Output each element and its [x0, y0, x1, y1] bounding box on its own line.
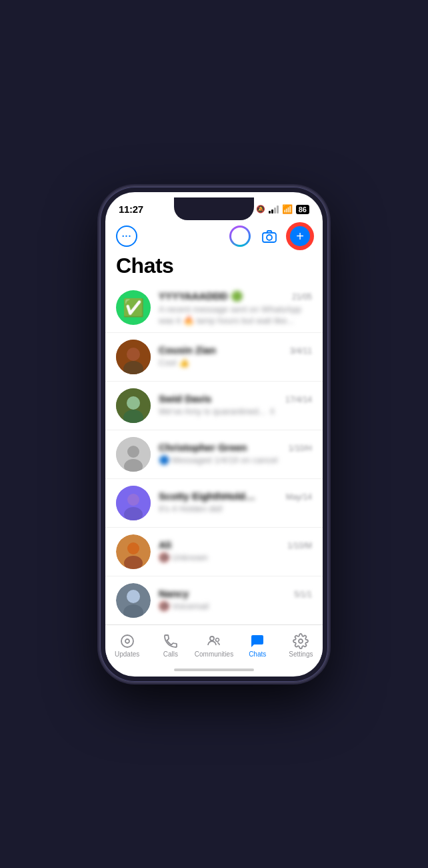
header-right-buttons: +: [229, 224, 312, 248]
bottom-nav: Updates Calls Communities: [105, 624, 323, 663]
chat-message: We've Amy is quarantined... 🕯: [159, 406, 312, 418]
svg-point-3: [127, 348, 140, 361]
chat-content: Cousin Zian 3/4/11 Cool 👍: [159, 344, 312, 369]
chat-time: 3/4/11: [290, 346, 312, 356]
svg-point-9: [127, 446, 139, 458]
compose-button[interactable]: +: [288, 224, 312, 248]
chat-time: 17/4/14: [285, 395, 312, 404]
meta-ai-inner: [231, 228, 249, 245]
chat-item[interactable]: Scotty EighthHolders May/14 It's 4 Holde…: [105, 479, 323, 528]
nav-item-communities[interactable]: Communities: [192, 630, 235, 661]
page-title: Chats: [116, 254, 312, 278]
chat-name: Scotty EighthHolders: [159, 490, 259, 502]
phone-frame: 11:27 🔕 📶 86 ···: [100, 187, 328, 682]
svg-point-15: [127, 542, 139, 554]
nav-item-settings[interactable]: Settings: [279, 630, 323, 661]
phone-screen: 11:27 🔕 📶 86 ···: [105, 192, 323, 677]
status-time: 11:27: [119, 203, 143, 215]
chat-item[interactable]: Cousin Zian 3/4/11 Cool 👍: [105, 333, 323, 382]
avatar-icon: ✅: [123, 298, 144, 318]
camera-icon: [262, 230, 277, 243]
meta-ai-button[interactable]: [229, 226, 251, 247]
chat-message-2: was it 🔥 lamp hours but wait like...: [159, 316, 312, 326]
svg-point-18: [127, 590, 140, 603]
communities-icon: [206, 633, 222, 649]
chat-content: YYYYAAADDD 🟢 21/05 A recent message sent…: [159, 290, 312, 326]
svg-point-6: [127, 396, 140, 410]
nav-item-chats[interactable]: Chats: [236, 630, 279, 661]
avatar: [116, 388, 151, 423]
chat-name: YYYYAAADDD 🟢: [159, 290, 243, 302]
chat-time: 1/10/M: [287, 541, 312, 550]
compose-icon: +: [296, 230, 304, 243]
chat-item[interactable]: Christopher Green 1/10/H 🔵 Messaged 1/4/…: [105, 430, 323, 479]
nav-item-updates[interactable]: Updates: [105, 630, 149, 661]
chat-item[interactable]: Ali 1/10/M 🔇 Unknown: [105, 528, 323, 576]
chat-item[interactable]: Swid Davis 17/4/14 We've Amy is quaranti…: [105, 382, 323, 430]
header: ··· +: [105, 222, 323, 254]
chat-list: ✅ YYYYAAADDD 🟢 21/05 A recent message se…: [105, 284, 323, 624]
svg-point-29: [299, 639, 303, 643]
chat-content: Swid Davis 17/4/14 We've Amy is quaranti…: [159, 393, 312, 418]
status-icons: 🔕 📶 86: [256, 204, 309, 214]
chat-message: A recent message sent on WhatsApp: [159, 304, 312, 316]
chat-name: Nancy: [159, 588, 189, 599]
avatar: [116, 437, 151, 472]
chat-name: Swid Davis: [159, 393, 211, 404]
camera-button[interactable]: [259, 226, 280, 247]
signal-icon: [269, 205, 279, 213]
chat-time: 5/1/1: [294, 590, 312, 599]
avatar-img: [116, 340, 151, 374]
battery-icon: 86: [296, 205, 309, 214]
chat-time: 1/10/H: [289, 444, 312, 453]
svg-point-27: [210, 636, 214, 640]
wifi-icon: 📶: [282, 204, 293, 214]
mute-icon: 🔕: [256, 205, 265, 213]
home-indicator: [105, 663, 323, 677]
avatar: [116, 583, 151, 618]
chat-content: Christopher Green 1/10/H 🔵 Messaged 1/4/…: [159, 442, 312, 466]
chat-top-row: Swid Davis 17/4/14: [159, 393, 312, 404]
settings-icon: [293, 633, 309, 649]
notch: [174, 197, 254, 220]
nav-label-settings: Settings: [289, 650, 313, 658]
chat-name: Christopher Green: [159, 442, 247, 453]
chat-name: Ali: [159, 539, 171, 550]
chat-message: 🔇 Unknown: [159, 552, 312, 564]
chat-content: Ali 1/10/M 🔇 Unknown: [159, 539, 312, 564]
chat-top-row: Cousin Zian 3/4/11: [159, 344, 312, 356]
svg-point-25: [121, 635, 133, 647]
avatar: [116, 534, 151, 569]
chat-content: Nancy 5/1/1 🔇 Voicemail: [159, 588, 312, 612]
calls-icon: [163, 633, 179, 649]
chat-top-row: Christopher Green 1/10/H: [159, 442, 312, 453]
nav-item-calls[interactable]: Calls: [149, 630, 192, 661]
page-title-container: Chats: [105, 254, 323, 284]
chat-item[interactable]: ✅ YYYYAAADDD 🟢 21/05 A recent message se…: [105, 284, 323, 333]
chat-message: 🔵 Messaged 1/4/19 on cancel: [159, 454, 312, 466]
chat-top-row: Ali 1/10/M: [159, 539, 312, 550]
chat-content: Scotty EighthHolders May/14 It's 4 Holde…: [159, 490, 312, 515]
avatar-img: [116, 486, 151, 520]
avatar-img: [116, 437, 151, 472]
menu-button[interactable]: ···: [116, 226, 137, 247]
nav-label-chats: Chats: [249, 650, 266, 658]
chat-name: Cousin Zian: [159, 344, 216, 356]
avatar: [116, 486, 151, 520]
svg-point-1: [267, 235, 272, 240]
svg-point-28: [216, 638, 219, 641]
nav-label-updates: Updates: [115, 650, 139, 658]
chat-item[interactable]: Nancy 5/1/1 🔇 Voicemail: [105, 576, 323, 624]
chat-top-row: Scotty EighthHolders May/14: [159, 490, 312, 502]
chat-message: Cool 👍: [159, 357, 312, 369]
avatar-img: [116, 388, 151, 423]
avatar-img: [116, 583, 151, 618]
nav-label-calls: Calls: [163, 650, 178, 658]
chat-time: 21/05: [292, 292, 312, 302]
home-bar: [174, 669, 254, 671]
chat-message: 🔇 Voicemail: [159, 600, 312, 612]
chat-message: It's 4 Holden did!: [159, 503, 312, 515]
svg-point-12: [127, 494, 139, 506]
svg-point-26: [125, 639, 129, 643]
chat-top-row: YYYYAAADDD 🟢 21/05: [159, 290, 312, 302]
